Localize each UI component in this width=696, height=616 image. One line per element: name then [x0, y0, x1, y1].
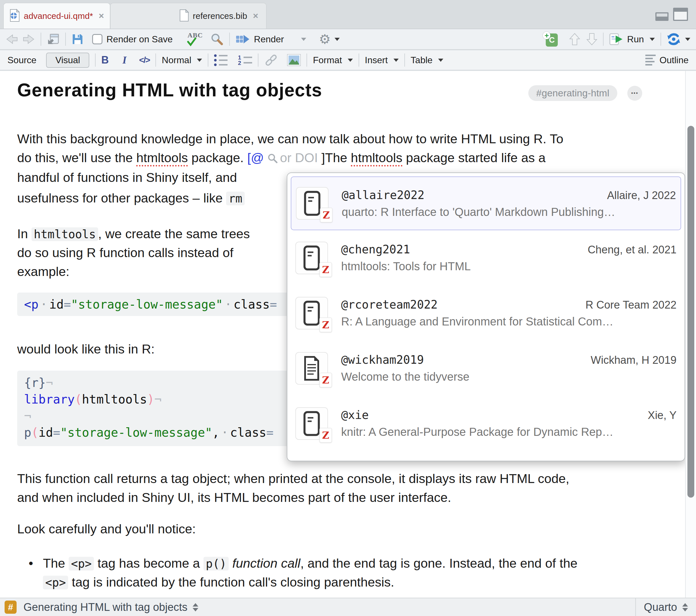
- close-tab-icon[interactable]: ×: [253, 11, 258, 21]
- render-dropdown-caret[interactable]: [301, 38, 306, 41]
- gear-icon[interactable]: ⚙: [319, 33, 331, 46]
- scrollbar-thumb[interactable]: [687, 126, 694, 498]
- bib-file-icon: [179, 9, 189, 23]
- zotero-badge: Z: [319, 318, 332, 332]
- format-menu[interactable]: Format: [313, 55, 342, 65]
- go-to-next-chunk-button[interactable]: [586, 33, 597, 46]
- paragraph-line: In htmltools, we create the same trees: [17, 225, 250, 243]
- italic-button[interactable]: I: [123, 54, 126, 66]
- inline-code: <p>: [69, 557, 94, 570]
- back-button[interactable]: [6, 34, 18, 44]
- editor-tab-bar: advanced-ui.qmd* × references.bib ×: [0, 0, 696, 29]
- paragraph-style-caret[interactable]: [197, 59, 202, 62]
- search-icon[interactable]: [210, 33, 223, 46]
- run-button[interactable]: Run: [609, 33, 644, 45]
- citation-item-rcoreteam2022[interactable]: Z @rcoreteam2022 R Core Team 2022 R: A L…: [287, 286, 684, 341]
- rerun-source-icon[interactable]: [667, 33, 681, 46]
- save-button[interactable]: [72, 33, 83, 45]
- zotero-badge: Z: [320, 208, 333, 223]
- format-menu-caret[interactable]: [348, 59, 353, 62]
- vertical-scrollbar[interactable]: [685, 71, 696, 598]
- insert-menu[interactable]: Insert: [365, 55, 388, 65]
- table-menu-caret[interactable]: [438, 59, 443, 62]
- numbered-list-button[interactable]: 1 2: [238, 56, 252, 65]
- misspelled-word: htmltools: [136, 150, 188, 166]
- insert-menu-caret[interactable]: [394, 59, 399, 62]
- table-menu[interactable]: Table: [411, 55, 433, 65]
- reference-book-icon: Z: [295, 242, 328, 274]
- bullet-line: The <p> tag has become a p() function ca…: [43, 554, 578, 573]
- section-updown-icon[interactable]: [193, 603, 198, 612]
- insert-chunk-button[interactable]: C +: [543, 32, 558, 47]
- rerun-dropdown-caret[interactable]: [685, 38, 690, 41]
- qmd-file-icon: [10, 9, 20, 23]
- code-button[interactable]: </>: [139, 55, 150, 65]
- citation-author: Cheng, et al. 2021: [587, 244, 677, 256]
- spellcheck-icon[interactable]: ABC: [186, 31, 203, 47]
- citation-item-wickham2019[interactable]: Z @wickham2019 Wickham, H 2019 Welcome t…: [287, 341, 684, 396]
- maximize-pane-icon[interactable]: [673, 8, 688, 21]
- page-title: Generating HTML with tag objects: [17, 80, 322, 101]
- paragraph-line: would look like this in R:: [17, 340, 155, 359]
- document-editor[interactable]: Generating HTML with tag objects #genera…: [0, 71, 685, 598]
- citation-hint: or DOI: [280, 150, 318, 165]
- reference-book-icon: Z: [295, 407, 328, 440]
- citation-key: @xie: [341, 408, 369, 422]
- paragraph-line: usefulness for other packages – like rm: [17, 189, 245, 208]
- citation-title: Welcome to the tidyverse: [341, 370, 677, 383]
- reference-article-icon: Z: [295, 352, 328, 385]
- current-section-selector[interactable]: Generating HTML with tag objects: [23, 601, 188, 613]
- section-options-button[interactable]: •••: [627, 86, 642, 101]
- document-mode-selector[interactable]: Quarto: [635, 598, 696, 616]
- go-to-previous-chunk-button[interactable]: [569, 33, 580, 46]
- render-button[interactable]: Render: [236, 33, 284, 45]
- inline-code: rm: [226, 192, 244, 205]
- tab-advanced-ui-qmd[interactable]: advanced-ui.qmd* ×: [3, 3, 110, 29]
- bold-button[interactable]: B: [101, 54, 109, 66]
- minimize-pane-icon[interactable]: [655, 12, 668, 21]
- divider: [65, 33, 66, 46]
- bullet-list-button[interactable]: [214, 54, 227, 66]
- citation-key: @cheng2021: [341, 243, 410, 256]
- render-on-save-checkbox[interactable]: [92, 34, 102, 44]
- render-label: Render: [254, 34, 284, 45]
- citation-title: knitr: A General-Purpose Package for Dyn…: [341, 425, 677, 438]
- source-mode-button[interactable]: Source: [7, 55, 36, 65]
- show-in-new-window-button[interactable]: [47, 33, 60, 45]
- render-on-save-label: Render on Save: [107, 34, 173, 45]
- citation-item-cheng2021[interactable]: Z @cheng2021 Cheng, et al. 2021 htmltool…: [287, 230, 684, 286]
- zotero-badge: Z: [319, 262, 332, 277]
- paragraph-line: example:: [17, 262, 69, 281]
- bullet-marker: •: [29, 554, 33, 573]
- citation-open-token: [@: [247, 150, 264, 165]
- section-anchor-badge: #generating-html: [528, 85, 617, 101]
- citation-item-allaire2022[interactable]: Z @allaire2022 Allaire, J 2022 quarto: R…: [291, 176, 681, 230]
- bullet-line: <p> tag is indicated by the function cal…: [43, 573, 394, 592]
- inline-code: htmltools: [31, 227, 98, 241]
- outline-toggle-button[interactable]: Outline: [645, 54, 689, 65]
- paragraph-style-dropdown[interactable]: Normal: [162, 55, 191, 65]
- main-toolbar: Render on Save ABC Render: [0, 29, 696, 50]
- image-button[interactable]: [287, 54, 301, 66]
- outline-label: Outline: [660, 55, 689, 65]
- citation-item-xie[interactable]: Z @xie Xie, Y knitr: A General-Purpose P…: [287, 396, 684, 451]
- settings-dropdown-caret[interactable]: [334, 38, 340, 41]
- visual-mode-button[interactable]: Visual: [46, 53, 89, 68]
- link-button[interactable]: [264, 53, 278, 67]
- outline-icon: [645, 54, 655, 65]
- zotero-badge: Z: [319, 428, 332, 443]
- citation-title: htmltools: Tools for HTML: [341, 260, 677, 273]
- divider: [258, 53, 258, 67]
- run-label: Run: [627, 34, 644, 45]
- divider: [41, 33, 41, 46]
- citation-title: quarto: R Interface to 'Quarto' Markdown…: [342, 206, 676, 218]
- close-tab-icon[interactable]: ×: [99, 11, 104, 21]
- tab-references-bib[interactable]: references.bib ×: [110, 3, 267, 29]
- citation-key: @rcoreteam2022: [341, 298, 438, 311]
- forward-button[interactable]: [22, 34, 35, 44]
- run-dropdown-caret[interactable]: [650, 38, 655, 41]
- citation-author: Wickham, H 2019: [591, 354, 677, 366]
- rstudio-editor-window: advanced-ui.qmd* × references.bib ×: [0, 0, 696, 616]
- citation-search-icon: [267, 151, 278, 166]
- reference-book-icon: Z: [296, 187, 329, 220]
